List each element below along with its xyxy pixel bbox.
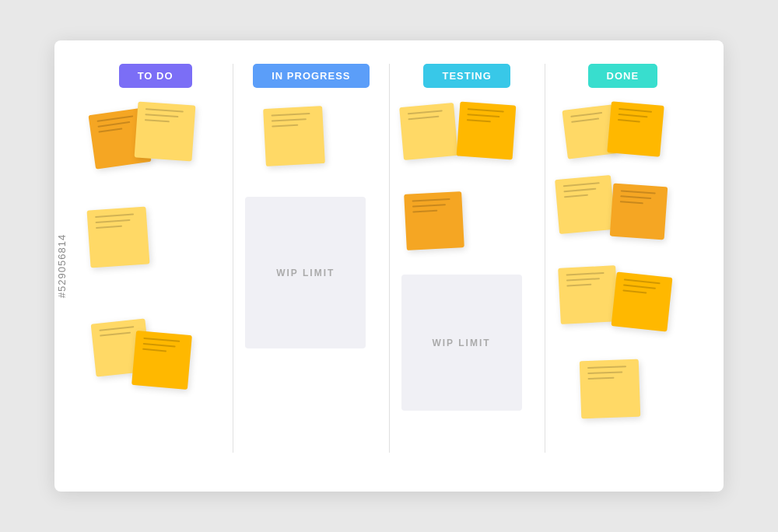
board-columns: TO DO (78, 64, 700, 453)
note-line (620, 190, 655, 194)
watermark: #529056814 (56, 234, 68, 298)
note-line (98, 128, 122, 132)
note-line (466, 119, 490, 122)
wip-limit-label-testing: WIP LIMIT (432, 338, 490, 348)
note-line (272, 113, 310, 117)
column-title-testing: TESTING (423, 64, 510, 88)
note-line (412, 198, 450, 202)
column-todo: TO DO (78, 64, 233, 453)
note-line (467, 108, 503, 112)
wip-limit-box: WIP LIMIT (245, 197, 366, 348)
column-body-todo (86, 103, 225, 430)
sticky-note[interactable] (456, 102, 516, 160)
column-header-testing: TESTING (398, 64, 537, 88)
note-line (562, 182, 599, 187)
note-line (571, 117, 599, 122)
note-line (272, 118, 307, 121)
column-body-testing: WIP LIMIT (398, 103, 537, 430)
note-line (95, 214, 134, 219)
wip-limit-box-testing: WIP LIMIT (401, 275, 522, 411)
note-line (96, 226, 122, 229)
sticky-note[interactable] (579, 359, 640, 419)
note-line (622, 289, 647, 293)
note-line (100, 332, 131, 337)
note-line (272, 124, 299, 128)
column-testing: TESTING (390, 64, 545, 453)
note-line (408, 116, 439, 120)
column-title-done: DONE (588, 64, 658, 88)
sticky-note[interactable] (609, 184, 668, 240)
note-line (96, 219, 131, 223)
sticky-note[interactable] (555, 175, 615, 234)
note-line (620, 201, 643, 204)
column-header-done: DONE (553, 64, 692, 88)
note-line (412, 210, 437, 213)
sticky-note[interactable] (131, 331, 192, 390)
note-line (467, 114, 499, 117)
note-line (623, 284, 656, 289)
note-line (619, 108, 652, 113)
note-line (143, 338, 180, 342)
note-line (570, 112, 601, 117)
column-title-todo: TO DO (119, 64, 192, 88)
column-done: DONE (545, 64, 700, 453)
sticky-note[interactable] (399, 103, 458, 160)
sticky-note[interactable] (87, 206, 150, 268)
column-body-inprogress: WIP LIMIT (241, 103, 380, 430)
note-line (97, 121, 129, 128)
sticky-note[interactable] (263, 106, 325, 166)
column-inprogress: IN PROGRESS WIP LIMIT (233, 64, 389, 453)
note-line (566, 272, 604, 276)
note-line (618, 114, 647, 117)
note-line (145, 119, 170, 122)
note-line (566, 278, 600, 281)
note-line (566, 284, 591, 287)
wip-limit-label: WIP LIMIT (276, 268, 335, 278)
note-line (587, 371, 622, 374)
sticky-note[interactable] (404, 191, 464, 250)
kanban-board: #529056814 TO DO (54, 40, 724, 492)
column-header-todo: TO DO (86, 64, 225, 88)
note-line (618, 119, 640, 123)
note-line (624, 278, 661, 284)
note-line (145, 114, 178, 117)
note-line (620, 195, 651, 199)
note-line (142, 348, 166, 352)
sticky-note[interactable] (135, 102, 196, 162)
note-line (564, 194, 588, 198)
note-line (412, 204, 445, 207)
column-title-inprogress: IN PROGRESS (253, 64, 369, 88)
note-line (563, 188, 596, 193)
sticky-note[interactable] (607, 101, 664, 157)
note-line (143, 343, 176, 348)
sticky-note[interactable] (611, 271, 672, 331)
note-line (145, 108, 184, 112)
sticky-note[interactable] (558, 265, 619, 324)
column-header-inprogress: IN PROGRESS (241, 64, 380, 88)
note-line (587, 366, 626, 369)
note-line (407, 110, 442, 114)
column-body-done (553, 103, 692, 430)
note-line (587, 377, 614, 380)
note-line (99, 326, 134, 331)
